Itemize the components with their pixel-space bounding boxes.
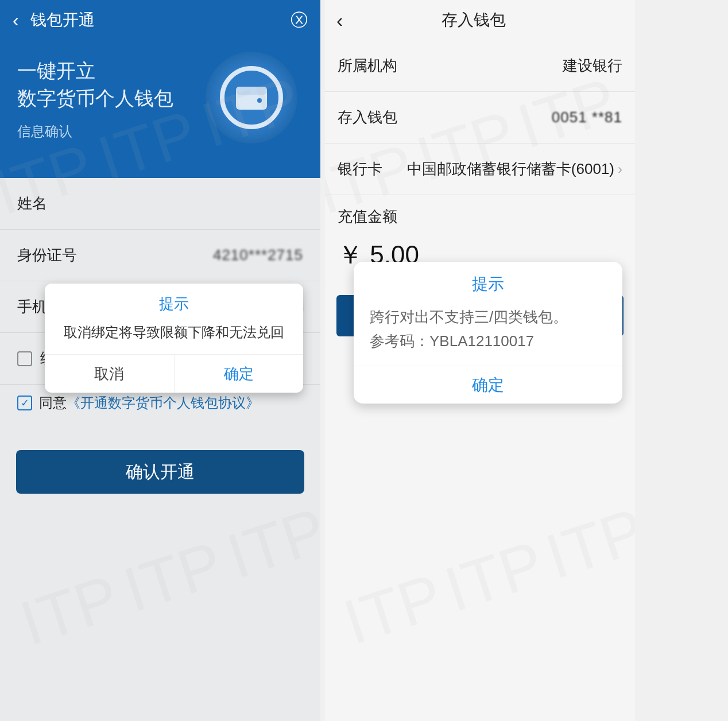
back-icon[interactable]: ‹ (13, 10, 19, 31)
header: ‹ 钱包开通 ⓧ 一键开立 数字货币个人钱包 信息确认 (0, 0, 320, 178)
label-phone: 手机 (17, 297, 47, 317)
dialog-title: 提示 (45, 284, 303, 320)
page-title: 钱包开通 (30, 9, 291, 31)
agreement-link[interactable]: 《开通数字货币个人钱包协议》 (67, 394, 260, 412)
screen-wallet-setup: ‹ 钱包开通 ⓧ 一键开立 数字货币个人钱包 信息确认 姓名 (0, 0, 320, 721)
label-org: 所属机构 (338, 56, 397, 76)
dialog-line-2: 参考码：YBLA12110017 (370, 330, 606, 354)
label-card: 银行卡 (338, 159, 382, 179)
dialog-message: 取消绑定将导致限额下降和无法兑回 (45, 320, 303, 354)
agree-text: 同意 (39, 394, 67, 412)
agree-checkbox[interactable]: ✓ (17, 396, 32, 410)
wallet-icon-ring (220, 66, 283, 129)
svg-rect-1 (236, 87, 267, 95)
row-name[interactable]: 姓名 (0, 178, 320, 230)
row-org[interactable]: 所属机构 建设银行 (325, 40, 635, 92)
value-wallet: 0051 **81 (552, 108, 622, 126)
wallet-icon (234, 83, 269, 112)
dialog-prompt: 提示 取消绑定将导致限额下降和无法兑回 取消 确定 (45, 284, 303, 393)
dialog-line-1: 跨行对出不支持三/四类钱包。 (370, 305, 606, 330)
back-icon[interactable]: ‹ (336, 9, 343, 32)
page-title: 存入钱包 (343, 9, 604, 31)
chevron-right-icon: › (618, 161, 622, 177)
hero: 一键开立 数字货币个人钱包 信息确认 (0, 40, 320, 178)
dialog-title: 提示 (354, 262, 622, 303)
value-id: 4210***2715 (213, 246, 303, 264)
bind-checkbox[interactable] (17, 351, 32, 366)
svg-point-2 (257, 98, 262, 103)
dialog-ok-button[interactable]: 确定 (354, 366, 622, 404)
label-wallet: 存入钱包 (338, 107, 397, 127)
label-name: 姓名 (17, 193, 47, 214)
header: ‹ 存入钱包 (325, 0, 635, 40)
value-org: 建设银行 (563, 56, 622, 76)
dialog-prompt: 提示 跨行对出不支持三/四类钱包。 参考码：YBLA12110017 确定 (354, 262, 622, 404)
value-card: 中国邮政储蓄银行储蓄卡(6001) (407, 159, 614, 179)
close-icon[interactable]: ⓧ (291, 9, 308, 32)
dialog-cancel-button[interactable]: 取消 (45, 355, 174, 393)
row-wallet[interactable]: 存入钱包 0051 **81 (325, 92, 635, 144)
wallet-badge (206, 52, 297, 144)
amount-label: 充值金额 (325, 195, 635, 232)
row-id[interactable]: 身份证号 4210***2715 (0, 230, 320, 281)
label-id: 身份证号 (17, 245, 77, 265)
dialog-ok-button[interactable]: 确定 (174, 355, 304, 393)
confirm-open-button[interactable]: 确认开通 (16, 450, 304, 494)
screen-deposit: ‹ 存入钱包 所属机构 建设银行 存入钱包 0051 **81 银行卡 中国邮政… (325, 0, 635, 721)
row-card[interactable]: 银行卡 中国邮政储蓄银行储蓄卡(6001) › (325, 144, 635, 195)
